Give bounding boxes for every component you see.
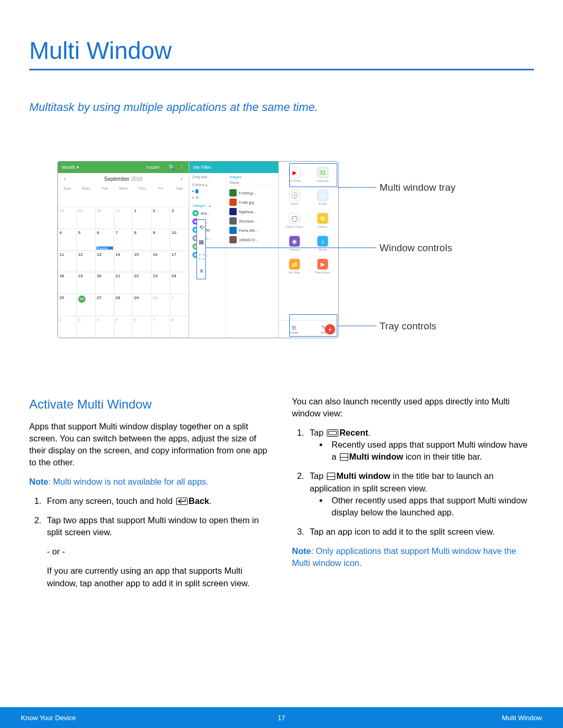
recent-icon (327, 429, 338, 437)
tray-app[interactable]: ◯Galaxy Apps (281, 209, 308, 231)
calendar-cell[interactable]: 17 (170, 251, 189, 273)
calendar-cell[interactable]: 19 (77, 272, 95, 294)
tray-app[interactable]: ✉Email (309, 187, 336, 208)
category-item[interactable]: ◉Ima... (192, 210, 223, 216)
calendar-view-dropdown[interactable]: Month ▾ (62, 165, 79, 170)
footer-left: Know Your Device (21, 714, 278, 722)
note: Note: Only applications that support Mul… (292, 545, 534, 569)
calendar-cell[interactable]: 16 (151, 251, 170, 273)
tray-app[interactable]: 31Calendar (309, 164, 336, 186)
maximize-icon[interactable]: ⛶ (199, 254, 204, 260)
file-item[interactable]: Fruits.jpg (229, 199, 275, 206)
calendar-cell[interactable]: 7 (114, 229, 133, 251)
tray-app[interactable]: ◉Internet (281, 232, 308, 254)
calendar-cell[interactable]: 14 (114, 251, 133, 273)
tray-app[interactable]: 🕓Clock (281, 187, 308, 208)
calendar-cell[interactable]: 26 (77, 294, 95, 316)
callout-line (338, 326, 376, 326)
page-footer: Know Your Device 17 Multi Window (0, 707, 563, 728)
file-item[interactable]: Nightsca... (229, 208, 275, 215)
calendar-cell[interactable]: 4 (95, 316, 114, 338)
calendar-cell[interactable]: 8 (132, 229, 151, 251)
folders-header[interactable]: Folders ▴ (192, 183, 223, 187)
tray-app[interactable]: ♪Music (309, 232, 336, 254)
files-header: My Files (189, 162, 278, 173)
calendar-cell[interactable]: 22 (132, 272, 151, 294)
calendar-cell[interactable]: 18 (58, 272, 77, 294)
callout-controls: Window controls (380, 242, 452, 254)
calendar-day-header: Sun (58, 185, 77, 207)
calendar-cell[interactable]: 1 (132, 207, 151, 229)
folder-item[interactable]: ▸ 🗎 (192, 195, 223, 200)
calendar-cell[interactable]: 6Shopping (95, 229, 114, 251)
calendar-cell[interactable]: 3 (170, 207, 189, 229)
section-title: Activate Multi Window (29, 396, 271, 413)
calendar-cell[interactable]: 5 (114, 316, 133, 338)
calendar-day-header: Sat (170, 185, 189, 207)
calendar-cell[interactable]: 3 (77, 316, 95, 338)
calendar-cell[interactable]: 9 (151, 229, 170, 251)
title-rule (29, 69, 534, 70)
callout-line (338, 187, 376, 188)
calendar-day-header: Tue (95, 185, 114, 207)
callout-line (206, 248, 376, 248)
add-event-fab[interactable]: + (325, 324, 335, 335)
prev-month-icon[interactable]: ‹ (64, 176, 66, 182)
device-illustration: Month ▾ TODAY 🔍 ⋮ ‹ September 2016 › Sun… (57, 161, 339, 338)
calendar-cell[interactable]: 2 (58, 316, 77, 338)
calendar-cell[interactable]: 25 (58, 294, 77, 316)
calendar-cell[interactable]: 28 (114, 294, 133, 316)
tray-app[interactable]: ▶YouTube (281, 164, 308, 186)
calendar-cell[interactable]: 28 (58, 207, 77, 229)
back-icon (176, 498, 188, 505)
calendar-cell[interactable]: 4 (58, 229, 77, 251)
tray-app[interactable]: ▶Play Music (309, 255, 336, 277)
calendar-cell[interactable]: 7 (151, 316, 170, 338)
calendar-cell[interactable]: 1 (170, 294, 189, 316)
list-item: Tap an app icon to add it to the split s… (307, 526, 534, 538)
file-item[interactable]: Ferris Wh... (229, 227, 275, 234)
note: Note: Multi window is not available for … (29, 476, 271, 488)
next-month-icon[interactable]: › (181, 176, 182, 182)
calendar-cell[interactable]: 30 (151, 294, 170, 316)
calendar-day-header: Fri (151, 185, 170, 207)
tray-create-button[interactable]: ⊞ Create (279, 320, 309, 338)
file-item[interactable]: Structure... (229, 217, 275, 225)
swap-windows-icon[interactable]: ⟲ (199, 224, 204, 231)
calendar-cell[interactable]: 5 (77, 229, 95, 251)
calendar-cell[interactable]: 24 (170, 272, 189, 294)
callout-tray: Multi window tray (380, 182, 456, 193)
right-column: You can also launch recently used apps d… (292, 396, 534, 597)
tray-app[interactable]: ✿Gallery (309, 209, 336, 231)
calendar-cell[interactable]: 11 (58, 251, 77, 273)
calendar-cell[interactable]: 27 (95, 294, 114, 316)
tray-app[interactable]: 📁My Files (281, 255, 308, 277)
file-item[interactable]: Forest.jp... (229, 189, 275, 196)
folder-item[interactable]: ▸ ▇ (192, 189, 223, 193)
calendar-cell[interactable]: 20 (95, 272, 114, 294)
calendar-cell[interactable]: 29 (132, 294, 151, 316)
left-column: Activate Multi Window Apps that support … (29, 396, 271, 597)
calendar-cell[interactable]: 6 (132, 316, 151, 338)
categories-header[interactable]: Categor... ▴ (192, 204, 223, 208)
calendar-today-button[interactable]: TODAY (146, 165, 160, 170)
more-icon[interactable]: ⋮ (179, 164, 185, 171)
callout-tray-controls: Tray controls (380, 320, 436, 332)
calendar-cell[interactable]: 30 (95, 207, 114, 229)
calendar-cell[interactable]: 29 (77, 207, 95, 229)
calendar-cell[interactable]: 13 (95, 251, 114, 273)
calendar-cell[interactable]: 23 (151, 272, 170, 294)
file-item[interactable]: 19668172... (229, 236, 275, 243)
calendar-cell[interactable]: 21 (114, 272, 133, 294)
close-window-icon[interactable]: ✕ (199, 268, 204, 275)
search-icon[interactable]: 🔍 (168, 164, 176, 171)
calendar-cell[interactable]: 10 (170, 229, 189, 251)
drag-content-icon[interactable]: ▦ (199, 239, 204, 245)
list-item: Recently used apps that support Multi wi… (328, 439, 534, 463)
calendar-cell[interactable]: 2 (151, 207, 170, 229)
calendar-cell[interactable]: 12 (77, 251, 95, 273)
calendar-pane: Month ▾ TODAY 🔍 ⋮ ‹ September 2016 › Sun… (58, 162, 189, 338)
calendar-cell[interactable]: 31 (114, 207, 133, 229)
calendar-cell[interactable]: 15 (132, 251, 151, 273)
calendar-cell[interactable]: 8 (170, 316, 189, 338)
